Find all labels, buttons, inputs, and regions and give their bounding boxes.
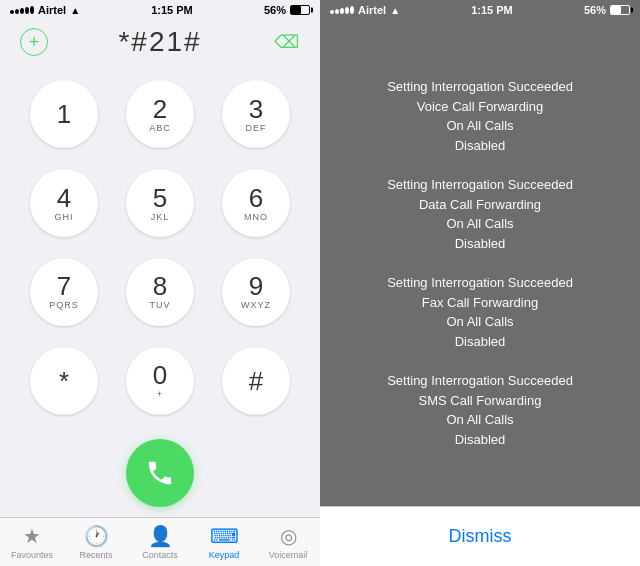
left-status-bar: Airtel ▲ 1:15 PM 56%: [0, 0, 320, 20]
key-9[interactable]: 9WXYZ: [212, 252, 300, 333]
key-1[interactable]: 1: [20, 74, 108, 155]
tab-voicemail[interactable]: ◎Voicemail: [256, 518, 320, 566]
msg-2-line3: On All Calls: [387, 312, 573, 332]
key-8[interactable]: 8TUV: [116, 252, 204, 333]
keypad-label: Keypad: [209, 550, 240, 560]
call-button[interactable]: [126, 439, 194, 507]
time-label: 1:15 PM: [151, 4, 193, 16]
msg-3-line3: On All Calls: [387, 410, 573, 430]
right-carrier-label: Airtel: [358, 4, 386, 16]
keypad-icon: ⌨: [210, 524, 239, 548]
contacts-icon: 👤: [148, 524, 173, 548]
dismiss-label: Dismiss: [449, 526, 512, 547]
msg-0-line1: Setting Interrogation Succeeded: [387, 77, 573, 97]
tab-recents[interactable]: 🕐Recents: [64, 518, 128, 566]
message-block-1: Setting Interrogation SucceededData Call…: [387, 175, 573, 253]
dial-display: *#21#: [118, 26, 201, 58]
voicemail-label: Voicemail: [269, 550, 308, 560]
keypad: 12ABC3DEF4GHI5JKL6MNO7PQRS8TUV9WXYZ*0+#: [0, 64, 320, 431]
status-left: Airtel ▲: [10, 4, 80, 16]
key-2[interactable]: 2ABC: [116, 74, 204, 155]
status-right: 56%: [264, 4, 310, 16]
recents-label: Recents: [79, 550, 112, 560]
msg-3-line1: Setting Interrogation Succeeded: [387, 371, 573, 391]
msg-0-line2: Voice Call Forwarding: [387, 97, 573, 117]
right-status-right: 56%: [584, 4, 630, 16]
key-5[interactable]: 5JKL: [116, 163, 204, 244]
right-time-label: 1:15 PM: [471, 4, 513, 16]
left-phone-screen: Airtel ▲ 1:15 PM 56% + *#21# ⌫ 12ABC3DEF…: [0, 0, 320, 566]
phone-icon: [145, 458, 175, 488]
contacts-label: Contacts: [142, 550, 178, 560]
tab-keypad[interactable]: ⌨Keypad: [192, 518, 256, 566]
key-7[interactable]: 7PQRS: [20, 252, 108, 333]
right-signal-icon: [330, 6, 354, 14]
msg-1-line4: Disabled: [387, 234, 573, 254]
right-status-bar: Airtel ▲ 1:15 PM 56%: [320, 0, 640, 20]
tab-bar: ★Favourites🕐Recents👤Contacts⌨Keypad◎Voic…: [0, 517, 320, 566]
recents-icon: 🕐: [84, 524, 109, 548]
call-button-row: [0, 431, 320, 517]
key-6[interactable]: 6MNO: [212, 163, 300, 244]
battery-icon: [290, 5, 310, 15]
msg-2-line4: Disabled: [387, 332, 573, 352]
right-battery-icon: [610, 5, 630, 15]
wifi-icon: ▲: [70, 5, 80, 16]
dialer-header: + *#21# ⌫: [0, 20, 320, 64]
voicemail-icon: ◎: [280, 524, 297, 548]
message-block-2: Setting Interrogation SucceededFax Call …: [387, 273, 573, 351]
msg-2-line1: Setting Interrogation Succeeded: [387, 273, 573, 293]
tab-favourites[interactable]: ★Favourites: [0, 518, 64, 566]
key-0[interactable]: 0+: [116, 340, 204, 421]
favourites-label: Favourites: [11, 550, 53, 560]
msg-0-line3: On All Calls: [387, 116, 573, 136]
add-button[interactable]: +: [20, 28, 48, 56]
backspace-button[interactable]: ⌫: [272, 28, 300, 56]
battery-percent: 56%: [264, 4, 286, 16]
dismiss-button[interactable]: Dismiss: [320, 506, 640, 566]
msg-2-line2: Fax Call Forwarding: [387, 293, 573, 313]
right-wifi-icon: ▲: [390, 5, 400, 16]
msg-1-line1: Setting Interrogation Succeeded: [387, 175, 573, 195]
dialog-content: Setting Interrogation SucceededVoice Cal…: [320, 20, 640, 506]
message-block-3: Setting Interrogation SucceededSMS Call …: [387, 371, 573, 449]
msg-0-line4: Disabled: [387, 136, 573, 156]
message-block-0: Setting Interrogation SucceededVoice Cal…: [387, 77, 573, 155]
favourites-icon: ★: [23, 524, 41, 548]
key-*[interactable]: *: [20, 340, 108, 421]
msg-3-line4: Disabled: [387, 430, 573, 450]
right-status-left: Airtel ▲: [330, 4, 400, 16]
tab-contacts[interactable]: 👤Contacts: [128, 518, 192, 566]
right-battery-percent: 56%: [584, 4, 606, 16]
right-phone-screen: Airtel ▲ 1:15 PM 56% Setting Interrogati…: [320, 0, 640, 566]
key-4[interactable]: 4GHI: [20, 163, 108, 244]
signal-icon: [10, 6, 34, 14]
msg-1-line3: On All Calls: [387, 214, 573, 234]
carrier-label: Airtel: [38, 4, 66, 16]
key-#[interactable]: #: [212, 340, 300, 421]
msg-1-line2: Data Call Forwarding: [387, 195, 573, 215]
msg-3-line2: SMS Call Forwarding: [387, 391, 573, 411]
key-3[interactable]: 3DEF: [212, 74, 300, 155]
